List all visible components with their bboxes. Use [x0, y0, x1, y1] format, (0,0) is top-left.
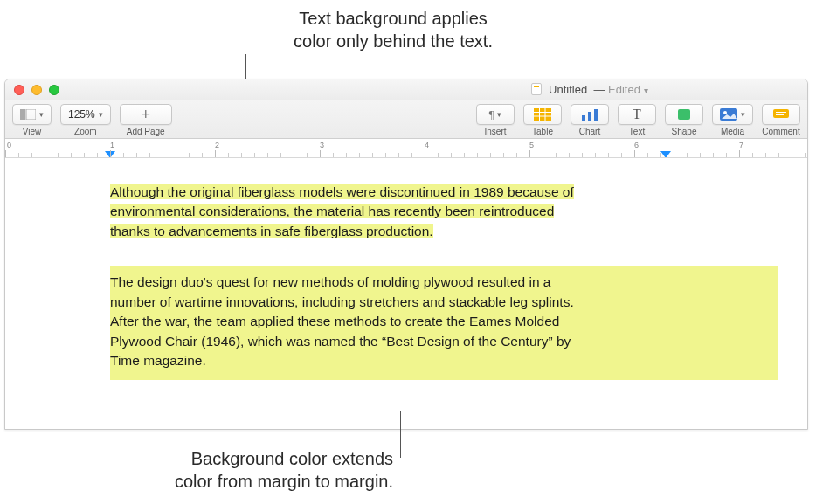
ruler-tick: [359, 153, 360, 157]
svg-rect-13: [773, 109, 789, 118]
shape-label: Shape: [672, 127, 697, 136]
shape-icon: [677, 108, 691, 121]
comment-label: Comment: [762, 127, 799, 136]
title-dropdown-icon: ▾: [644, 86, 648, 95]
ruler-tick: [556, 153, 557, 157]
chart-button[interactable]: [571, 104, 609, 125]
ruler-tick: [477, 153, 478, 157]
insert-button[interactable]: ¶ ▾: [476, 104, 515, 125]
ruler-tick: [123, 153, 124, 157]
ruler-tick: [608, 153, 609, 157]
ruler-tick: [241, 153, 242, 157]
ruler-tick: [752, 153, 753, 157]
ruler-tick: [595, 153, 596, 157]
ruler-tick: [254, 153, 255, 157]
callout-leader-bottom: [400, 411, 401, 458]
document-body[interactable]: Although the original fiberglass models …: [5, 158, 807, 429]
ruler-tick: [674, 153, 674, 157]
svg-rect-1: [26, 109, 36, 120]
highlighted-text: thanks to advancements in safe fiberglas…: [110, 224, 433, 238]
close-button[interactable]: [14, 85, 24, 95]
ruler-tick: [385, 153, 386, 157]
ruler[interactable]: 0 1 2 3 4 5 6 7: [5, 139, 807, 158]
svg-point-12: [723, 111, 727, 114]
ruler-tick: [464, 153, 465, 157]
ruler-number: 7: [739, 141, 743, 149]
add-page-button[interactable]: +: [120, 104, 172, 125]
chart-icon: [581, 108, 598, 121]
ruler-tick: [84, 153, 85, 157]
ruler-tick: [58, 153, 59, 157]
body-text: After the war, the team applied these me…: [110, 314, 559, 328]
ruler-tick: [647, 153, 648, 157]
ruler-tick: [713, 153, 714, 157]
minimize-button[interactable]: [31, 85, 42, 95]
ruler-tick: [176, 153, 176, 157]
callout-top-line2: color only behind the text.: [175, 30, 612, 52]
body-text: The design duo's quest for new methods o…: [110, 274, 550, 289]
ruler-tick: [411, 153, 412, 157]
paragraph-text: The design duo's quest for new methods o…: [110, 273, 652, 370]
document-icon: [531, 83, 542, 95]
ruler-tick: [31, 153, 32, 157]
chevron-down-icon: ▾: [741, 110, 745, 119]
ruler-tick: [333, 153, 334, 157]
callout-top-line1: Text background applies: [175, 7, 612, 30]
chevron-down-icon: ▾: [497, 110, 501, 119]
view-button[interactable]: ▾: [12, 104, 52, 125]
media-icon: [720, 108, 737, 121]
zoom-value: 125%: [68, 108, 95, 121]
ruler-tick: [307, 153, 308, 157]
window-controls: [14, 85, 59, 95]
insert-label: Insert: [484, 127, 506, 136]
document-title: Untitled: [549, 83, 587, 96]
ruler-tick: [503, 153, 504, 157]
comment-button[interactable]: [762, 104, 800, 125]
toolbar: ▾ View 125% ▾ Zoom + Add Page ¶ ▾ Insert: [5, 100, 807, 139]
ruler-tick: [189, 153, 190, 157]
table-icon: [534, 108, 551, 121]
ruler-tick: [451, 153, 452, 157]
ruler-number: 6: [634, 141, 639, 149]
ruler-tick: [739, 150, 740, 157]
ruler-number: 5: [529, 141, 534, 149]
ruler-number: 2: [215, 141, 219, 149]
titlebar: Untitled — Edited ▾: [5, 79, 807, 100]
ruler-tick: [320, 150, 321, 157]
ruler-tick: [687, 153, 688, 157]
text-icon: T: [633, 107, 641, 122]
ruler-tick: [726, 153, 727, 157]
fullscreen-button[interactable]: [49, 85, 59, 95]
svg-rect-10: [678, 109, 690, 120]
plus-icon: +: [141, 109, 150, 120]
callout-bottom-line1: Background color extends: [131, 447, 393, 470]
view-icon: [20, 109, 36, 120]
zoom-button[interactable]: 125% ▾: [60, 104, 111, 125]
table-button[interactable]: [523, 104, 562, 125]
chart-label: Chart: [579, 127, 600, 136]
ruler-tick: [765, 153, 766, 157]
paragraph-text-bg: Although the original fiberglass models …: [110, 183, 660, 241]
ruler-tick: [280, 153, 281, 157]
ruler-tick: [660, 153, 661, 157]
callout-bottom-line2: color from margin to margin.: [131, 470, 393, 493]
comment-icon: [772, 108, 790, 121]
zoom-label: Zoom: [74, 127, 97, 136]
ruler-tick: [543, 153, 543, 157]
ruler-tick: [149, 153, 150, 157]
right-indent-marker[interactable]: [660, 151, 671, 158]
callout-bottom: Background color extends color from marg…: [131, 447, 393, 493]
chevron-down-icon: ▾: [99, 110, 103, 119]
callout-top: Text background applies color only behin…: [175, 0, 612, 52]
highlighted-text: environmental considerations, the materi…: [110, 204, 554, 218]
document-title-area[interactable]: Untitled — Edited ▾: [5, 83, 807, 96]
ruler-tick: [215, 150, 216, 157]
ruler-tick: [529, 150, 530, 157]
ruler-tick: [621, 153, 622, 157]
media-button[interactable]: ▾: [712, 104, 753, 125]
shape-button[interactable]: [665, 104, 703, 125]
svg-rect-8: [588, 112, 591, 121]
ruler-tick: [136, 153, 137, 157]
ruler-tick: [569, 153, 570, 157]
text-button[interactable]: T: [618, 104, 656, 125]
